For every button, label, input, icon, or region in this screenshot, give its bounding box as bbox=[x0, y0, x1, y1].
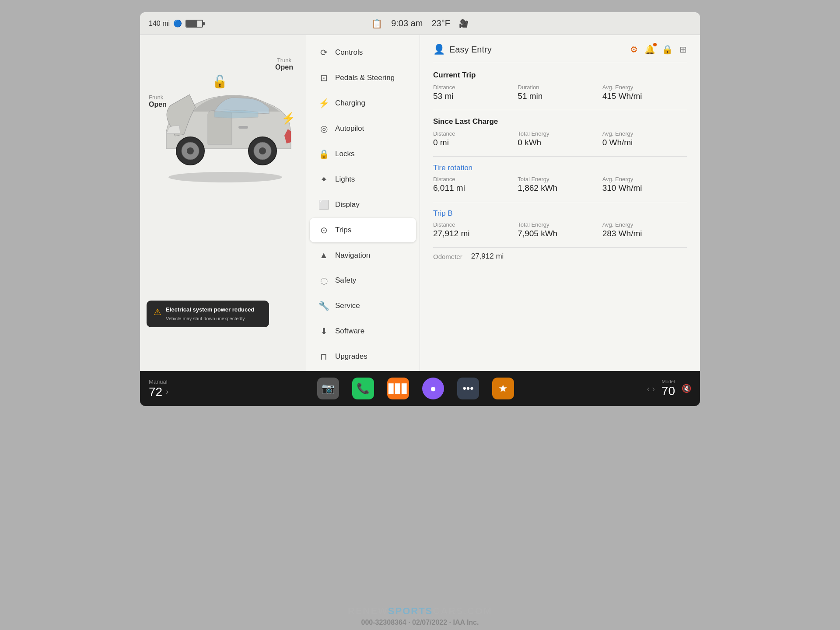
lights-label: Lights bbox=[335, 175, 355, 184]
current-trip-energy: Avg. Energy 415 Wh/mi bbox=[602, 84, 687, 101]
tr-total-energy-value: 1,862 kWh bbox=[518, 183, 602, 193]
pedals-icon: ⊡ bbox=[318, 73, 329, 83]
nav-right-arrow[interactable]: › bbox=[652, 384, 655, 394]
divider-2 bbox=[433, 156, 687, 157]
menu-item-pedals[interactable]: ⊡ Pedals & Steering bbox=[310, 66, 416, 90]
since-last-charge-title: Since Last Charge bbox=[433, 117, 687, 126]
tb-total-energy-label: Total Energy bbox=[518, 221, 602, 228]
menu-item-locks[interactable]: 🔒 Locks bbox=[310, 142, 416, 166]
speed-right-label: Model bbox=[662, 379, 675, 384]
equalizer-taskbar-icon[interactable]: ▊▊▊ bbox=[387, 378, 409, 399]
trunk-status: Trunk Open bbox=[275, 57, 293, 71]
upgrades-label: Upgrades bbox=[335, 352, 368, 361]
notif-dot bbox=[653, 43, 657, 46]
notification-icons: ⚙ 🔔 🔒 ⊞ bbox=[630, 44, 687, 55]
menu-item-display[interactable]: ⬜ Display bbox=[310, 192, 416, 217]
star-taskbar-icon[interactable]: ★ bbox=[492, 378, 514, 399]
tb-avg-energy-label: Avg. Energy bbox=[602, 221, 687, 228]
svg-point-0 bbox=[168, 172, 282, 182]
bell-icon[interactable]: 🔔 bbox=[644, 44, 655, 55]
tb-total-energy: Total Energy 7,905 kWh bbox=[518, 221, 602, 238]
controls-label: Controls bbox=[335, 48, 363, 57]
slc-distance: Distance 0 mi bbox=[433, 130, 518, 147]
slc-avg-energy-label: Avg. Energy bbox=[602, 130, 687, 137]
menu-item-service[interactable]: 🔧 Service bbox=[310, 294, 416, 318]
odometer-row: Odometer 27,912 mi bbox=[433, 247, 687, 261]
trip-b-title[interactable]: Trip B bbox=[433, 209, 687, 218]
volume-icon[interactable]: 🔇 bbox=[682, 384, 691, 393]
menu-item-software[interactable]: ⬇ Software bbox=[310, 319, 416, 343]
nav-arrows[interactable]: ‹ › bbox=[647, 384, 655, 394]
status-bar-left: 140 mi 🔵 bbox=[149, 19, 203, 28]
menu-item-trips[interactable]: ⊙ Trips bbox=[310, 218, 416, 242]
current-trip-energy-value: 415 Wh/mi bbox=[602, 91, 687, 101]
odometer-value: 27,912 mi bbox=[471, 252, 504, 261]
taskbar-right: ‹ › Model 70 🔇 bbox=[604, 379, 691, 398]
slc-distance-label: Distance bbox=[433, 130, 518, 137]
menu-item-autopilot[interactable]: ◎ Autopilot bbox=[310, 116, 416, 141]
current-trip-title: Current Trip bbox=[433, 71, 687, 80]
watermark: RENEWSPORTSCARS.COM bbox=[348, 606, 492, 617]
tr-avg-energy-value: 310 Wh/mi bbox=[602, 183, 687, 193]
svg-point-3 bbox=[187, 147, 194, 154]
menu-item-navigation[interactable]: ▲ Navigation bbox=[310, 243, 416, 267]
speed-left-arrow: › bbox=[166, 387, 168, 396]
slc-total-energy-label: Total Energy bbox=[518, 130, 602, 137]
menu-item-lights[interactable]: ✦ Lights bbox=[310, 167, 416, 192]
grid-icon[interactable]: ⊞ bbox=[679, 44, 687, 55]
speed-right-value: 70 bbox=[662, 384, 675, 398]
phone-taskbar-icon[interactable]: 📞 bbox=[352, 378, 374, 399]
profile-name: Easy Entry bbox=[449, 45, 492, 55]
tr-avg-energy-label: Avg. Energy bbox=[602, 176, 687, 182]
display-icon: ⬜ bbox=[318, 200, 329, 210]
current-trip-distance-value: 53 mi bbox=[433, 91, 518, 101]
since-last-charge-section: Since Last Charge Distance 0 mi Total En… bbox=[433, 117, 687, 147]
service-label: Service bbox=[335, 301, 360, 310]
tb-distance-value: 27,912 mi bbox=[433, 229, 518, 238]
menu-item-controls[interactable]: ⟳ Controls bbox=[310, 40, 416, 65]
navigation-label: Navigation bbox=[335, 251, 370, 260]
dots-taskbar-icon[interactable]: ••• bbox=[457, 378, 479, 399]
car-illustration: 🔓 ⚡ bbox=[144, 70, 302, 192]
locks-icon: 🔒 bbox=[318, 149, 329, 159]
slc-total-energy: Total Energy 0 kWh bbox=[518, 130, 602, 147]
software-icon: ⬇ bbox=[318, 326, 329, 336]
lock2-icon[interactable]: 🔒 bbox=[662, 44, 673, 55]
tb-distance: Distance 27,912 mi bbox=[433, 221, 518, 238]
current-trip-distance: Distance 53 mi bbox=[433, 84, 518, 101]
tire-rotation-section: Tire rotation Distance 6,011 mi Total En… bbox=[433, 164, 687, 193]
trips-icon: ⊙ bbox=[318, 225, 329, 235]
display-label: Display bbox=[335, 200, 360, 209]
controls-icon: ⟳ bbox=[318, 47, 329, 58]
lights-icon: ✦ bbox=[318, 174, 329, 185]
camera-taskbar-icon[interactable]: 📷 bbox=[317, 378, 339, 399]
autopilot-icon: ◎ bbox=[318, 123, 329, 134]
tire-rotation-title[interactable]: Tire rotation bbox=[433, 164, 687, 172]
since-last-charge-stats: Distance 0 mi Total Energy 0 kWh Avg. En… bbox=[433, 130, 687, 147]
lightning-icon: ⚡ bbox=[281, 112, 295, 125]
tr-distance-value: 6,011 mi bbox=[433, 183, 518, 193]
svg-rect-7 bbox=[238, 126, 248, 129]
circle-app-taskbar-icon[interactable]: ● bbox=[422, 378, 444, 399]
tr-total-energy: Total Energy 1,862 kWh bbox=[518, 176, 602, 193]
alert-icon[interactable]: ⚙ bbox=[630, 44, 638, 55]
odometer-label: Odometer bbox=[433, 253, 462, 260]
menu-panel[interactable]: ⟳ Controls ⊡ Pedals & Steering ⚡ Chargin… bbox=[306, 35, 420, 371]
status-bar-center: 📋 9:03 am 23°F 🎥 bbox=[371, 18, 469, 29]
menu-item-charging[interactable]: ⚡ Charging bbox=[310, 91, 416, 116]
warning-icon: ⚠ bbox=[154, 307, 161, 317]
speed-left-label: Manual bbox=[149, 378, 168, 385]
taskbar: Manual 72 › 📷 📞 ▊▊▊ ● ••• ★ ‹ › bbox=[140, 371, 700, 406]
navigation-icon: ▲ bbox=[318, 250, 329, 260]
watermark-sub: 000-32308364 · 02/07/2022 · IAA Inc. bbox=[361, 619, 479, 626]
trip-b-stats: Distance 27,912 mi Total Energy 7,905 kW… bbox=[433, 221, 687, 238]
tr-avg-energy: Avg. Energy 310 Wh/mi bbox=[602, 176, 687, 193]
locks-label: Locks bbox=[335, 150, 354, 158]
divider-3 bbox=[433, 202, 687, 202]
status-bar: 140 mi 🔵 📋 9:03 am 23°F 🎥 bbox=[140, 12, 700, 35]
current-trip-stats: Distance 53 mi Duration 51 min Avg. Ener… bbox=[433, 84, 687, 101]
menu-item-upgrades[interactable]: ⊓ Upgrades bbox=[310, 344, 416, 369]
taskbar-left: Manual 72 › bbox=[149, 378, 228, 399]
menu-item-safety[interactable]: ◌ Safety bbox=[310, 268, 416, 293]
nav-left-arrow[interactable]: ‹ bbox=[647, 384, 650, 394]
